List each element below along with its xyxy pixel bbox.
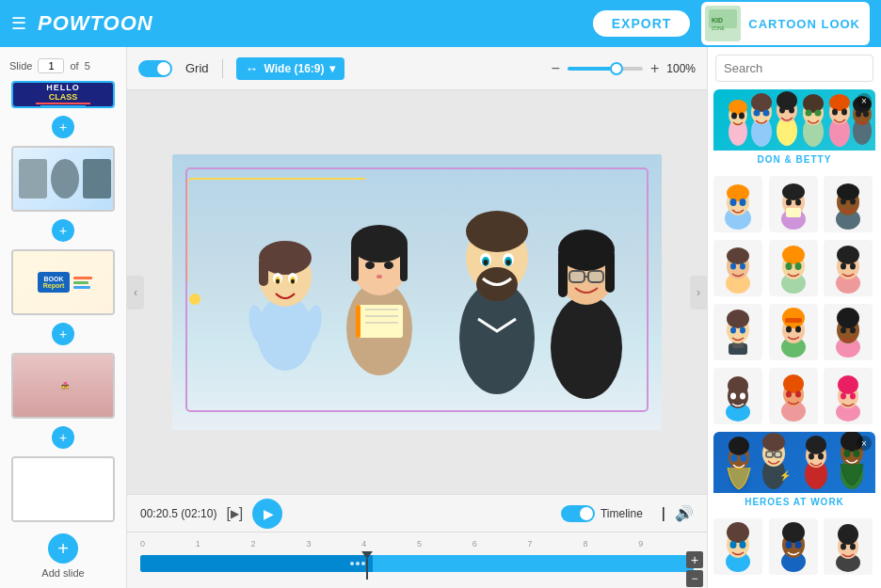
char-cell-4[interactable] [713, 240, 762, 296]
svg-point-66 [815, 110, 822, 117]
zoom-minus-button[interactable]: − [552, 60, 560, 77]
svg-point-76 [863, 111, 869, 118]
featured-card-don-betty[interactable]: × DON & BETTY [713, 89, 875, 168]
add-to-slide-4[interactable]: + [11, 422, 115, 453]
playhead[interactable] [361, 551, 373, 580]
collapse-left-button[interactable]: ‹ [127, 276, 144, 310]
menu-icon[interactable]: ☰ [11, 13, 26, 34]
aspect-ratio-label: Wide (16:9) [264, 62, 325, 75]
char-cell-15[interactable] [824, 518, 873, 575]
grid-toggle[interactable] [138, 60, 172, 77]
svg-point-54 [751, 93, 772, 112]
track-dot-1 [350, 562, 354, 565]
timeline-area: 0 1 2 3 4 5 6 7 8 9 [127, 532, 707, 588]
svg-point-111 [727, 310, 749, 328]
svg-point-22 [384, 262, 393, 269]
add-to-slide-3[interactable]: + [11, 319, 115, 349]
zoom-plus-button[interactable]: + [650, 60, 659, 77]
zoom-control: − + 100% [552, 60, 696, 77]
char-cell-10[interactable] [713, 368, 762, 424]
slides-sidebar: Slide of 5 HELLO CLASS + [0, 47, 127, 588]
export-button[interactable]: EXPORT [593, 10, 691, 37]
svg-rect-42 [558, 250, 568, 297]
ruler-mark-8: 8 [583, 539, 638, 548]
char-cell-9[interactable] [824, 304, 873, 360]
add-slide-button[interactable]: + Add slide [41, 533, 84, 579]
svg-point-170 [785, 541, 792, 548]
char-cell-6[interactable] [824, 240, 873, 296]
timecode: 00:20.5 (02:10) [140, 507, 216, 520]
add-to-slide-2[interactable]: + [11, 215, 115, 246]
ruler-mark-3: 3 [306, 539, 361, 548]
char-cell-5[interactable] [769, 240, 818, 296]
featured-card-heroes[interactable]: ⚡ [713, 432, 875, 511]
char-cell-1[interactable] [713, 176, 762, 232]
slide-thumb-4[interactable]: 💑 [11, 353, 115, 419]
svg-point-165 [730, 541, 737, 548]
cartoon-look-badge[interactable]: KID ZONE CARTOON LOOK [701, 2, 870, 45]
video-canvas[interactable] [172, 154, 662, 430]
timeline-switch[interactable] [561, 505, 595, 522]
zoom-percentage: 100% [666, 62, 696, 75]
timeline-zoom-out[interactable]: − [686, 570, 703, 587]
video-canvas-wrap: ‹ [127, 90, 707, 494]
svg-point-147 [762, 433, 785, 452]
close-don-betty[interactable]: × [857, 93, 872, 108]
svg-point-85 [786, 199, 792, 206]
char-cell-3[interactable] [824, 176, 873, 232]
search-input[interactable] [724, 61, 881, 75]
svg-point-155 [809, 453, 814, 460]
svg-point-124 [850, 327, 856, 334]
slide-thumb-1[interactable]: HELLO CLASS [11, 81, 115, 108]
svg-point-80 [730, 199, 737, 206]
aspect-ratio-button[interactable]: ↔ Wide (16:9) ▾ [236, 57, 345, 80]
characters-svg [172, 154, 662, 430]
slide-thumb-3[interactable]: BOOK Report [11, 249, 115, 315]
slide-thumb-5[interactable] [11, 456, 115, 522]
zoom-slider[interactable] [568, 67, 643, 71]
char-cell-11[interactable] [769, 368, 818, 424]
character-grid-3 [713, 304, 875, 360]
svg-rect-25 [356, 305, 360, 338]
slide-thumb-2[interactable] [11, 146, 115, 212]
svg-point-164 [727, 522, 749, 543]
svg-point-122 [837, 308, 859, 328]
char-cell-14[interactable] [769, 518, 818, 575]
svg-point-106 [841, 263, 846, 270]
slide-of: of [70, 60, 78, 72]
ruler-mark-0: 0 [140, 539, 196, 548]
char-cell-13[interactable] [713, 518, 762, 575]
svg-point-10 [276, 279, 280, 284]
svg-point-132 [783, 374, 804, 393]
char-cell-7[interactable] [713, 304, 762, 360]
ruler-mark-7: 7 [528, 539, 584, 548]
svg-rect-149 [775, 452, 781, 457]
close-heroes[interactable]: × [857, 436, 872, 451]
ruler-mark-4: 4 [361, 539, 417, 548]
svg-point-86 [795, 199, 801, 206]
char-cell-12[interactable] [824, 368, 873, 424]
svg-point-91 [841, 199, 846, 205]
svg-rect-148 [766, 452, 773, 457]
bracket-button[interactable]: [ ▶ ] [226, 505, 243, 522]
char-cell-2[interactable] [769, 176, 818, 232]
zoom-thumb[interactable] [610, 62, 623, 75]
timeline-track[interactable] [140, 555, 694, 572]
collapse-right-button[interactable]: › [690, 276, 707, 310]
add-icon-3: + [52, 323, 74, 345]
canvas-area: Grid ↔ Wide (16:9) ▾ − + 100% ‹ [127, 47, 707, 588]
svg-rect-19 [351, 244, 359, 281]
don-betty-image [713, 89, 875, 151]
add-to-slide-1[interactable]: + [11, 112, 115, 142]
add-icon-1: + [52, 116, 74, 138]
character-grid-2 [713, 240, 875, 296]
volume-icon[interactable]: 🔊 [675, 504, 694, 522]
timeline-zoom-in[interactable]: + [686, 551, 703, 568]
play-button[interactable]: ▶ [252, 499, 282, 529]
ruler-mark-2: 2 [251, 539, 307, 548]
slide-number-input[interactable] [38, 58, 64, 73]
add-slide-icon: + [48, 533, 78, 564]
right-panel: 🔍 [707, 47, 881, 588]
svg-point-97 [740, 263, 745, 270]
char-cell-8[interactable] [769, 304, 818, 360]
